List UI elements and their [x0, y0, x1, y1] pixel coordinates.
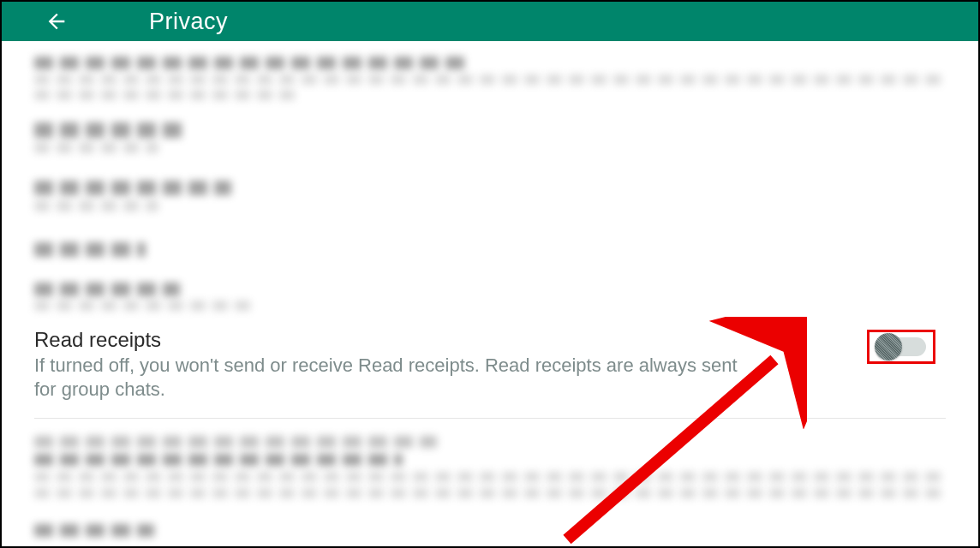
- page-title: Privacy: [149, 9, 228, 35]
- blurred-setting-6[interactable]: [34, 436, 946, 498]
- blurred-setting-7[interactable]: [34, 524, 946, 537]
- read-receipts-text: Read receipts If turned off, you won't s…: [34, 328, 867, 401]
- section-divider: [34, 418, 946, 419]
- arrow-left-icon: [45, 9, 69, 33]
- app-header: Privacy: [2, 2, 978, 41]
- read-receipts-setting: Read receipts If turned off, you won't s…: [34, 328, 946, 401]
- blurred-setting-2[interactable]: [34, 122, 946, 153]
- blurred-setting-5[interactable]: [34, 283, 946, 311]
- settings-content: Read receipts If turned off, you won't s…: [2, 41, 978, 537]
- blurred-setting-3[interactable]: [34, 181, 946, 211]
- read-receipts-description: If turned off, you won't send or receive…: [34, 354, 764, 401]
- read-receipts-title: Read receipts: [34, 328, 764, 352]
- read-receipts-toggle[interactable]: [876, 337, 926, 356]
- toggle-thumb-icon: [875, 333, 902, 360]
- blurred-setting-1[interactable]: [34, 57, 946, 100]
- highlight-box: [867, 330, 935, 364]
- back-button[interactable]: [19, 2, 69, 41]
- blurred-setting-4[interactable]: [34, 242, 946, 257]
